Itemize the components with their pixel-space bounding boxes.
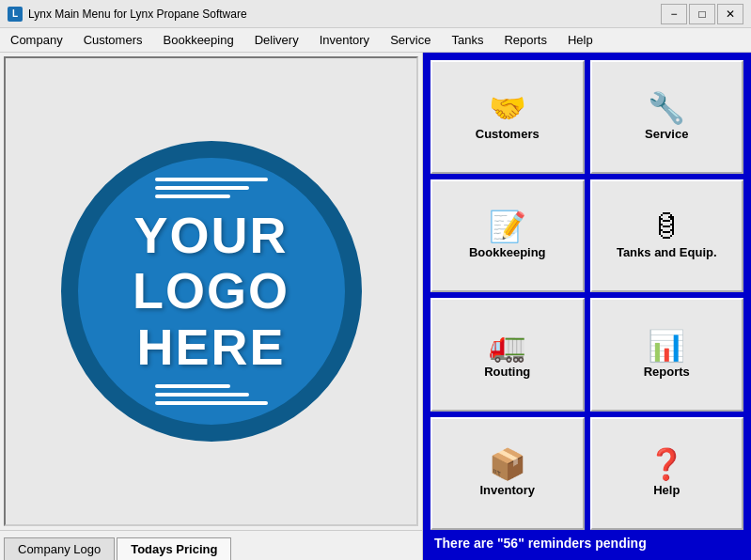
inventory-icon: 📦 <box>489 449 526 479</box>
logo-area: YOUR LOGO HERE <box>4 56 418 526</box>
menu-item-tanks[interactable]: Tanks <box>441 28 493 52</box>
logo-line <box>155 194 230 198</box>
customers-label: Customers <box>476 127 540 141</box>
service-icon: 🔧 <box>648 93 685 123</box>
logo-decoration-bottom <box>155 384 268 405</box>
menu-item-reports[interactable]: Reports <box>493 28 557 52</box>
logo-circle: YOUR LOGO HERE <box>61 141 362 442</box>
bookkeeping-icon: 📝 <box>489 211 526 241</box>
menu-item-inventory[interactable]: Inventory <box>309 28 380 52</box>
inventory-label: Inventory <box>479 483 535 497</box>
logo-line <box>155 401 268 405</box>
reminders-bar: There are "56" reminders pending <box>430 530 743 552</box>
grid-button-customers[interactable]: 🤝Customers <box>430 60 585 174</box>
grid-buttons: 🤝Customers🔧Service📝Bookkeeping🛢Tanks and… <box>430 60 743 530</box>
menu-item-bookkeeping[interactable]: Bookkeeping <box>153 28 244 52</box>
right-panel: 🤝Customers🔧Service📝Bookkeeping🛢Tanks and… <box>423 53 751 560</box>
menu-item-company[interactable]: Company <box>0 28 73 52</box>
help-label: Help <box>653 483 680 497</box>
grid-button-service[interactable]: 🔧Service <box>590 60 744 174</box>
menu-item-delivery[interactable]: Delivery <box>244 28 309 52</box>
main-layout: YOUR LOGO HERE Company LogoTodays Pricin… <box>0 53 751 560</box>
menu-item-help[interactable]: Help <box>557 28 603 52</box>
bottom-tabs: Company LogoTodays Pricing <box>0 530 422 560</box>
window-controls: − □ ✕ <box>661 4 743 24</box>
tab-company-logo[interactable]: Company Logo <box>4 537 115 560</box>
minimize-button[interactable]: − <box>661 4 687 24</box>
grid-button-inventory[interactable]: 📦Inventory <box>430 417 585 531</box>
menu-item-service[interactable]: Service <box>380 28 441 52</box>
help-icon: ❓ <box>648 449 685 479</box>
left-panel: YOUR LOGO HERE Company LogoTodays Pricin… <box>0 53 423 560</box>
logo-line <box>155 384 230 388</box>
routing-label: Routing <box>484 365 530 379</box>
window-title: Lynx Main Menu for Lynx Propane Software <box>28 8 661 21</box>
tanks-label: Tanks and Equip. <box>617 245 717 259</box>
routing-icon: 🚛 <box>489 331 526 361</box>
service-label: Service <box>645 127 688 141</box>
grid-button-reports[interactable]: 📊Reports <box>590 298 744 412</box>
logo-line <box>155 178 268 181</box>
maximize-button[interactable]: □ <box>689 4 715 24</box>
menu-item-customers[interactable]: Customers <box>73 28 153 52</box>
app-icon: L <box>8 7 23 22</box>
title-bar: L Lynx Main Menu for Lynx Propane Softwa… <box>0 0 751 28</box>
customers-icon: 🤝 <box>489 93 526 123</box>
logo-line <box>155 393 249 397</box>
logo-line <box>155 186 249 190</box>
logo-text: YOUR LOGO HERE <box>133 208 289 375</box>
menu-bar: CompanyCustomersBookkeepingDeliveryInven… <box>0 28 751 53</box>
tab-todays-pricing[interactable]: Todays Pricing <box>117 537 231 560</box>
bookkeeping-label: Bookkeeping <box>469 245 546 259</box>
tanks-icon: 🛢 <box>651 211 681 241</box>
reports-label: Reports <box>644 365 690 379</box>
grid-button-bookkeeping[interactable]: 📝Bookkeeping <box>430 179 585 293</box>
grid-button-routing[interactable]: 🚛Routing <box>430 298 585 412</box>
grid-button-help[interactable]: ❓Help <box>590 417 744 531</box>
reports-icon: 📊 <box>648 331 685 361</box>
close-button[interactable]: ✕ <box>717 4 743 24</box>
logo-decoration-top <box>155 178 268 198</box>
grid-button-tanks[interactable]: 🛢Tanks and Equip. <box>590 179 744 293</box>
